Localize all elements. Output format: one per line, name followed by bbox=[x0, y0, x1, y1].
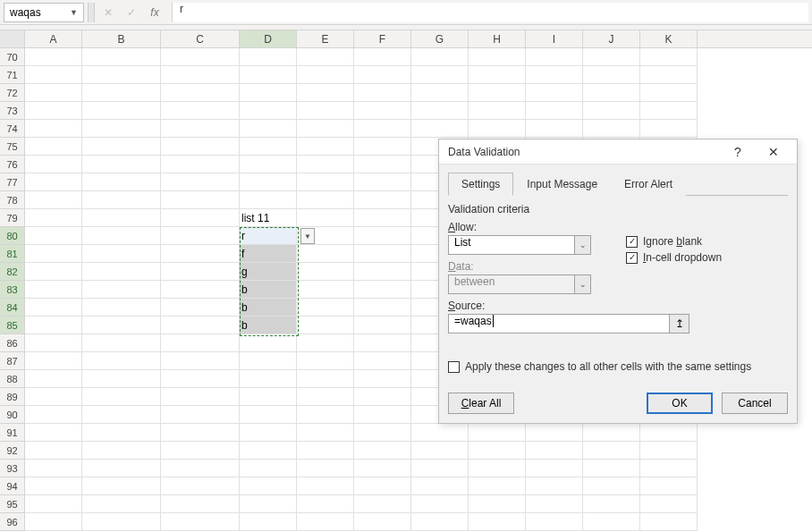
cell-K92[interactable] bbox=[640, 442, 698, 460]
cell-K74[interactable] bbox=[640, 120, 698, 138]
cell-K94[interactable] bbox=[640, 477, 698, 495]
cell-J92[interactable] bbox=[583, 442, 640, 460]
cell-I95[interactable] bbox=[526, 495, 583, 513]
cell-E83[interactable] bbox=[297, 281, 354, 299]
cell-E96[interactable] bbox=[297, 513, 354, 531]
cell-A73[interactable] bbox=[25, 102, 82, 120]
cell-E94[interactable] bbox=[297, 477, 354, 495]
cell-B84[interactable] bbox=[82, 299, 161, 317]
cell-F71[interactable] bbox=[354, 66, 411, 84]
cell-E77[interactable] bbox=[297, 173, 354, 191]
cancel-button[interactable]: Cancel bbox=[722, 393, 788, 414]
cell-G73[interactable] bbox=[411, 102, 469, 120]
cell-F87[interactable] bbox=[354, 352, 411, 370]
fx-icon[interactable]: fx bbox=[145, 3, 165, 22]
cell-C86[interactable] bbox=[161, 334, 240, 352]
cell-F72[interactable] bbox=[354, 84, 411, 102]
cell-A87[interactable] bbox=[25, 352, 82, 370]
cell-E91[interactable] bbox=[297, 424, 354, 442]
cell-D70[interactable] bbox=[240, 48, 297, 66]
cell-A72[interactable] bbox=[25, 84, 82, 102]
cell-C93[interactable] bbox=[161, 460, 240, 477]
cell-A88[interactable] bbox=[25, 370, 82, 388]
cell-D73[interactable] bbox=[240, 102, 297, 120]
range-picker-icon[interactable]: ↥ bbox=[670, 314, 689, 334]
cell-H96[interactable] bbox=[469, 513, 526, 531]
cell-E92[interactable] bbox=[297, 442, 354, 460]
row-header[interactable]: 85 bbox=[0, 317, 25, 334]
cell-C75[interactable] bbox=[161, 138, 240, 156]
cell-I72[interactable] bbox=[526, 84, 583, 102]
cell-A79[interactable] bbox=[25, 209, 82, 227]
cell-E72[interactable] bbox=[297, 84, 354, 102]
cell-B73[interactable] bbox=[82, 102, 161, 120]
cell-D92[interactable] bbox=[240, 442, 297, 460]
cell-D78[interactable] bbox=[240, 191, 297, 209]
name-box[interactable]: waqas ▼ bbox=[4, 3, 84, 22]
cell-A70[interactable] bbox=[25, 48, 82, 66]
cell-C84[interactable] bbox=[161, 299, 240, 317]
cell-B80[interactable] bbox=[82, 227, 161, 245]
cell-F89[interactable] bbox=[354, 388, 411, 406]
cell-K72[interactable] bbox=[640, 84, 698, 102]
cell-K95[interactable] bbox=[640, 495, 698, 513]
cell-C80[interactable] bbox=[161, 227, 240, 245]
cell-I94[interactable] bbox=[526, 477, 583, 495]
ok-button[interactable]: OK bbox=[647, 393, 713, 414]
clear-all-button[interactable]: Clear All bbox=[448, 393, 514, 414]
row-header[interactable]: 70 bbox=[0, 48, 25, 66]
cell-B78[interactable] bbox=[82, 191, 161, 209]
col-header-J[interactable]: J bbox=[583, 30, 640, 47]
apply-all-checkbox[interactable]: Apply these changes to all other cells w… bbox=[448, 360, 788, 373]
cell-C74[interactable] bbox=[161, 120, 240, 138]
cell-D76[interactable] bbox=[240, 156, 297, 173]
cell-F81[interactable] bbox=[354, 245, 411, 263]
cell-G93[interactable] bbox=[411, 460, 469, 477]
dialog-titlebar[interactable]: Data Validation ? ✕ bbox=[439, 139, 797, 165]
cell-H71[interactable] bbox=[469, 66, 526, 84]
row-header[interactable]: 80 bbox=[0, 227, 25, 245]
cell-C87[interactable] bbox=[161, 352, 240, 370]
cell-D89[interactable] bbox=[240, 388, 297, 406]
cell-G71[interactable] bbox=[411, 66, 469, 84]
cell-E75[interactable] bbox=[297, 138, 354, 156]
help-button[interactable]: ? bbox=[720, 140, 756, 164]
row-header[interactable]: 73 bbox=[0, 102, 25, 120]
cell-K93[interactable] bbox=[640, 460, 698, 477]
cell-E87[interactable] bbox=[297, 352, 354, 370]
col-header-D[interactable]: D bbox=[240, 30, 297, 47]
cell-H70[interactable] bbox=[469, 48, 526, 66]
cell-H91[interactable] bbox=[469, 424, 526, 442]
cell-H73[interactable] bbox=[469, 102, 526, 120]
cell-K71[interactable] bbox=[640, 66, 698, 84]
cell-J95[interactable] bbox=[583, 495, 640, 513]
col-header-G[interactable]: G bbox=[411, 30, 469, 47]
row-header[interactable]: 88 bbox=[0, 370, 25, 388]
cell-E93[interactable] bbox=[297, 460, 354, 477]
col-header-B[interactable]: B bbox=[82, 30, 161, 47]
cell-B75[interactable] bbox=[82, 138, 161, 156]
cell-F86[interactable] bbox=[354, 334, 411, 352]
cell-C82[interactable] bbox=[161, 263, 240, 281]
cell-C95[interactable] bbox=[161, 495, 240, 513]
cell-D83[interactable]: b bbox=[240, 281, 297, 299]
col-header-C[interactable]: C bbox=[161, 30, 240, 47]
cell-I92[interactable] bbox=[526, 442, 583, 460]
row-header[interactable]: 76 bbox=[0, 156, 25, 173]
cell-A92[interactable] bbox=[25, 442, 82, 460]
cell-F84[interactable] bbox=[354, 299, 411, 317]
cell-G70[interactable] bbox=[411, 48, 469, 66]
cell-A95[interactable] bbox=[25, 495, 82, 513]
cell-G96[interactable] bbox=[411, 513, 469, 531]
cell-J94[interactable] bbox=[583, 477, 640, 495]
cell-D93[interactable] bbox=[240, 460, 297, 477]
cell-J93[interactable] bbox=[583, 460, 640, 477]
cell-F88[interactable] bbox=[354, 370, 411, 388]
cell-C72[interactable] bbox=[161, 84, 240, 102]
row-header[interactable]: 90 bbox=[0, 406, 25, 424]
cell-B88[interactable] bbox=[82, 370, 161, 388]
cell-E95[interactable] bbox=[297, 495, 354, 513]
cell-B87[interactable] bbox=[82, 352, 161, 370]
cell-J71[interactable] bbox=[583, 66, 640, 84]
select-all-corner[interactable] bbox=[0, 30, 25, 47]
